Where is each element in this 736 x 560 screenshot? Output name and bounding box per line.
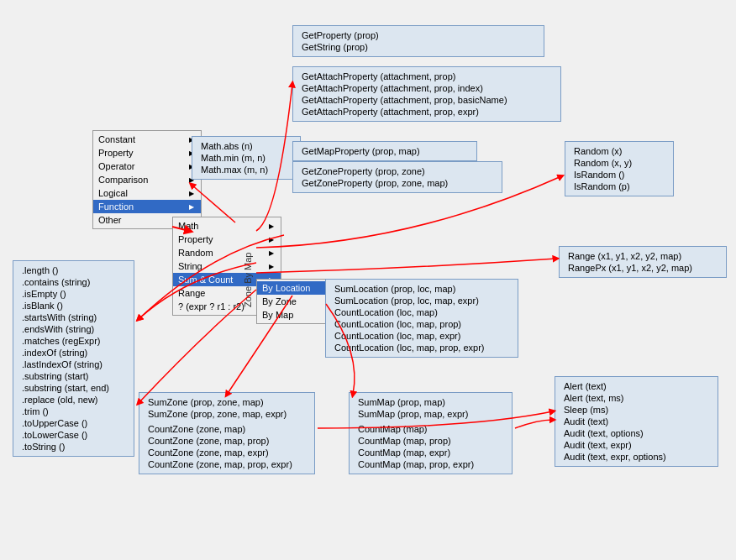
math-max[interactable]: Math.max (m, n)	[199, 164, 293, 175]
count-location-1[interactable]: CountLocation (loc, map)	[333, 306, 511, 318]
get-attach-1[interactable]: GetAttachProperty (attachment, prop)	[300, 71, 554, 82]
str-endswith[interactable]: .endsWith (string)	[20, 323, 127, 335]
str-tostring[interactable]: .toString ()	[20, 441, 127, 453]
str-isempty[interactable]: .isEmpty ()	[20, 288, 127, 300]
other-popup: Alert (text) Alert (text, ms) Sleep (ms)…	[555, 376, 718, 467]
str-substring1[interactable]: .substring (start)	[20, 370, 127, 382]
zone-by-map-label: Zone By Map	[243, 253, 253, 307]
sum-zone-1[interactable]: SumZone (prop, zone, map)	[146, 396, 308, 408]
sleep[interactable]: Sleep (ms)	[562, 404, 711, 416]
get-zone-popup: GetZoneProperty (prop, zone) GetZoneProp…	[292, 161, 502, 193]
range-popup: Range (x1, y1, x2, y2, map) RangePx (x1,…	[559, 246, 727, 278]
count-location-4[interactable]: CountLocation (loc, map, prop, expr)	[333, 342, 511, 353]
str-isblank[interactable]: .isBlank ()	[20, 300, 127, 311]
str-lastindexof[interactable]: .lastIndexOf (string)	[20, 359, 127, 370]
audit-1[interactable]: Audit (text)	[562, 416, 711, 427]
get-zone-1[interactable]: GetZoneProperty (prop, zone)	[300, 165, 495, 177]
str-replace[interactable]: .replace (old, new)	[20, 394, 127, 406]
menu-item-logical[interactable]: Logical	[93, 186, 201, 200]
str-contains[interactable]: .contains (string)	[20, 276, 127, 288]
random-x[interactable]: Random (x)	[572, 145, 666, 157]
get-attach-popup: GetAttachProperty (attachment, prop) Get…	[292, 66, 561, 122]
by-location-popup: SumLocation (prop, loc, map) SumLocation…	[325, 279, 518, 358]
str-trim[interactable]: .trim ()	[20, 406, 127, 417]
count-map-3[interactable]: CountMap (map, expr)	[356, 447, 505, 458]
sum-map-2[interactable]: SumMap (prop, map, expr)	[356, 408, 505, 420]
str-startswith[interactable]: .startsWith (string)	[20, 311, 127, 323]
get-property[interactable]: GetProperty (prop)	[300, 29, 537, 41]
string-popup: .length () .contains (string) .isEmpty (…	[13, 260, 134, 457]
str-matches[interactable]: .matches (regExpr)	[20, 335, 127, 347]
alert-2[interactable]: Alert (text, ms)	[562, 392, 711, 404]
math-abs[interactable]: Math.abs (n)	[199, 140, 293, 152]
str-lowercase[interactable]: .toLowerCase ()	[20, 429, 127, 441]
audit-3[interactable]: Audit (text, expr)	[562, 439, 711, 451]
get-zone-2[interactable]: GetZoneProperty (prop, zone, map)	[300, 177, 495, 189]
range-px[interactable]: RangePx (x1, y1, x2, y2, map)	[566, 262, 719, 274]
count-zone-3[interactable]: CountZone (zone, map, expr)	[146, 447, 308, 458]
menu-item-property[interactable]: Property	[93, 146, 201, 160]
sum-map-popup: SumMap (prop, map) SumMap (prop, map, ex…	[349, 392, 513, 474]
sum-zone-2[interactable]: SumZone (prop, zone, map, expr)	[146, 408, 308, 420]
str-length[interactable]: .length ()	[20, 264, 127, 276]
is-random-1[interactable]: IsRandom ()	[572, 169, 666, 181]
get-attach-3[interactable]: GetAttachProperty (attachment, prop, bas…	[300, 94, 554, 106]
is-random-2[interactable]: IsRandom (p)	[572, 181, 666, 192]
get-string[interactable]: GetString (prop)	[300, 41, 537, 53]
count-zone-4[interactable]: CountZone (zone, map, prop, expr)	[146, 458, 308, 470]
count-map-1[interactable]: CountMap (map)	[356, 423, 505, 435]
submenu-property[interactable]: Property	[173, 233, 281, 246]
random-xy[interactable]: Random (x, y)	[572, 157, 666, 169]
submenu-random[interactable]: Random	[173, 246, 281, 259]
audit-2[interactable]: Audit (text, options)	[562, 427, 711, 439]
sum-map-1[interactable]: SumMap (prop, map)	[356, 396, 505, 408]
sum-location-1[interactable]: SumLocation (prop, loc, map)	[333, 283, 511, 295]
menu-item-operator[interactable]: Operator	[93, 160, 201, 173]
get-property-popup: GetProperty (prop) GetString (prop)	[292, 25, 544, 57]
get-attach-2[interactable]: GetAttachProperty (attachment, prop, ind…	[300, 82, 554, 94]
menu-item-comparison[interactable]: Comparison	[93, 173, 201, 186]
sum-zone-popup: SumZone (prop, zone, map) SumZone (prop,…	[139, 392, 315, 474]
count-location-3[interactable]: CountLocation (loc, map, expr)	[333, 330, 511, 342]
alert-1[interactable]: Alert (text)	[562, 380, 711, 392]
audit-4[interactable]: Audit (text, expr, options)	[562, 451, 711, 463]
get-attach-4[interactable]: GetAttachProperty (attachment, prop, exp…	[300, 106, 554, 118]
menu-item-constant[interactable]: Constant	[93, 133, 201, 146]
str-substring2[interactable]: .substring (start, end)	[20, 382, 127, 394]
count-zone-1[interactable]: CountZone (zone, map)	[146, 423, 308, 435]
main-menu[interactable]: Constant Property Operator Comparison Lo…	[92, 130, 202, 229]
menu-item-function[interactable]: Function	[93, 200, 201, 213]
sum-location-2[interactable]: SumLocation (prop, loc, map, expr)	[333, 295, 511, 306]
get-map-property[interactable]: GetMapProperty (prop, map)	[300, 145, 470, 157]
count-map-4[interactable]: CountMap (map, prop, expr)	[356, 458, 505, 470]
range-1[interactable]: Range (x1, y1, x2, y2, map)	[566, 250, 719, 262]
math-min[interactable]: Math.min (m, n)	[199, 152, 293, 164]
count-map-2[interactable]: CountMap (map, prop)	[356, 435, 505, 447]
math-popup: Math.abs (n) Math.min (m, n) Math.max (m…	[192, 136, 301, 180]
str-indexof[interactable]: .indexOf (string)	[20, 347, 127, 359]
count-zone-2[interactable]: CountZone (zone, map, prop)	[146, 435, 308, 447]
str-uppercase[interactable]: .toUpperCase ()	[20, 417, 127, 429]
get-map-popup: GetMapProperty (prop, map)	[292, 141, 477, 161]
random-popup: Random (x) Random (x, y) IsRandom () IsR…	[565, 141, 674, 196]
submenu-string[interactable]: String	[173, 259, 281, 273]
count-location-2[interactable]: CountLocation (loc, map, prop)	[333, 318, 511, 330]
submenu-math[interactable]: Math	[173, 219, 281, 233]
